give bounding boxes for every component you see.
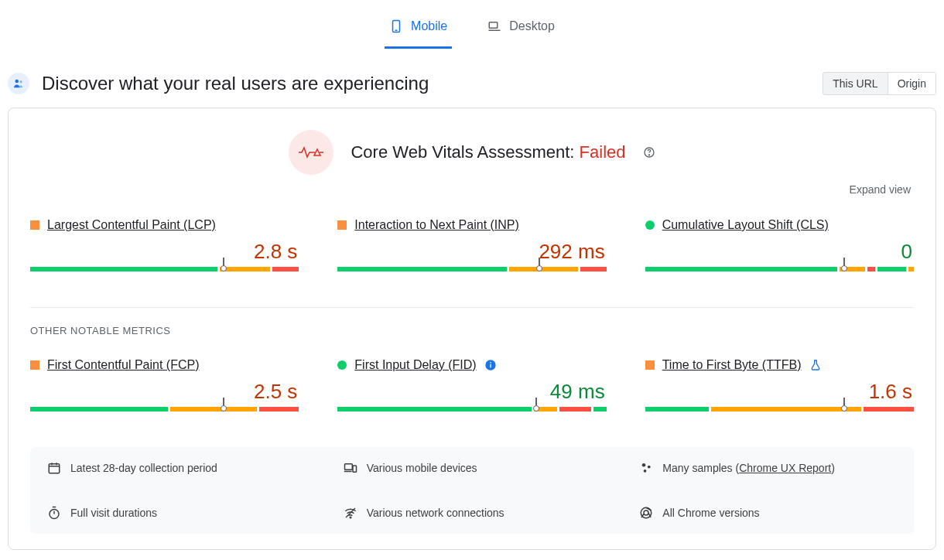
toggle-origin[interactable]: Origin	[888, 73, 935, 94]
footer-versions: All Chrome versions	[639, 506, 897, 520]
svg-point-20	[642, 463, 646, 467]
svg-point-29	[644, 510, 648, 515]
metric-cls-value: 0	[645, 240, 914, 264]
svg-rect-2	[489, 22, 498, 29]
metric-fcp-name[interactable]: First Contentful Paint (FCP)	[47, 358, 200, 372]
tab-desktop[interactable]: Desktop	[483, 9, 559, 49]
other-metrics: First Contentful Paint (FCP) 2.5 s First…	[30, 358, 914, 411]
tab-mobile-label: Mobile	[411, 19, 447, 33]
flask-icon[interactable]	[809, 359, 822, 371]
devices-icon	[344, 461, 357, 475]
status-dot-icon	[337, 220, 347, 230]
footer-connections: Various network connections	[344, 506, 601, 520]
users-icon	[8, 73, 29, 94]
svg-rect-11	[490, 364, 491, 368]
svg-point-21	[648, 466, 651, 469]
network-icon	[344, 506, 357, 520]
metric-fcp: First Contentful Paint (FCP) 2.5 s	[30, 358, 299, 411]
metric-lcp-name[interactable]: Largest Contentful Paint (LCP)	[47, 218, 216, 232]
help-icon[interactable]	[643, 146, 655, 159]
metric-cls-name[interactable]: Cumulative Layout Shift (CLS)	[662, 218, 829, 232]
toggle-this-url[interactable]: This URL	[823, 73, 887, 94]
svg-point-12	[490, 362, 491, 364]
svg-point-4	[15, 80, 19, 84]
metric-lcp: Largest Contentful Paint (LCP) 2.8 s	[30, 218, 299, 271]
mobile-icon	[389, 17, 403, 36]
svg-point-26	[350, 517, 351, 518]
footer-samples: Many samples (Chrome UX Report)	[639, 461, 897, 475]
tab-mobile[interactable]: Mobile	[385, 9, 452, 49]
samples-icon	[639, 461, 653, 475]
metric-fid-value: 49 ms	[337, 380, 606, 404]
status-dot-icon	[645, 360, 655, 370]
core-metrics: Largest Contentful Paint (LCP) 2.8 s Int…	[30, 218, 914, 271]
info-icon[interactable]	[484, 359, 497, 371]
svg-point-5	[19, 80, 22, 83]
expand-view-link[interactable]: Expand view	[850, 183, 911, 196]
device-tabs: Mobile Desktop	[0, 0, 944, 49]
metric-ttfb-name[interactable]: Time to First Byte (TTFB)	[662, 358, 802, 372]
metric-inp: Interaction to Next Paint (INP) 292 ms	[337, 218, 606, 271]
metric-ttfb-value: 1.6 s	[645, 380, 914, 404]
desktop-icon	[487, 17, 501, 36]
metric-cls: Cumulative Layout Shift (CLS) 0	[645, 218, 914, 271]
svg-rect-17	[344, 464, 352, 470]
calendar-icon	[47, 461, 61, 475]
assessment-status: Failed	[580, 142, 626, 162]
other-metrics-label: OTHER NOTABLE METRICS	[30, 325, 914, 336]
footer-period: Latest 28-day collection period	[47, 461, 305, 475]
metric-fid-name[interactable]: First Input Delay (FID)	[354, 358, 476, 372]
metric-lcp-value: 2.8 s	[30, 240, 299, 264]
svg-point-22	[644, 470, 647, 473]
status-dot-icon	[645, 220, 655, 230]
assessment-row: Core Web Vitals Assessment: Failed	[30, 130, 914, 175]
footer-info: Latest 28-day collection period Various …	[30, 447, 914, 534]
chrome-icon	[639, 506, 653, 520]
page-title: Discover what your real users are experi…	[42, 73, 429, 94]
status-dot-icon	[30, 220, 39, 230]
metric-inp-name[interactable]: Interaction to Next Paint (INP)	[354, 218, 519, 232]
metric-fcp-value: 2.5 s	[30, 380, 299, 404]
svg-rect-18	[353, 466, 357, 472]
status-dot-icon	[30, 360, 39, 370]
metric-inp-value: 292 ms	[337, 240, 606, 264]
header-row: Discover what your real users are experi…	[0, 49, 944, 108]
status-dot-icon	[337, 360, 347, 370]
assessment-badge-icon	[289, 130, 333, 175]
metric-fid: First Input Delay (FID) 49 ms	[337, 358, 606, 411]
timer-icon	[47, 506, 61, 520]
metric-ttfb: Time to First Byte (TTFB) 1.6 s	[645, 358, 914, 411]
footer-durations: Full visit durations	[47, 506, 305, 520]
svg-point-9	[648, 155, 649, 155]
url-origin-toggle: This URL Origin	[823, 72, 936, 95]
crux-link[interactable]: Chrome UX Report	[739, 462, 831, 474]
tab-desktop-label: Desktop	[509, 19, 555, 33]
footer-devices: Various mobile devices	[344, 461, 601, 475]
svg-rect-13	[49, 464, 60, 473]
assessment-text: Core Web Vitals Assessment: Failed	[351, 142, 625, 162]
vitals-card: Core Web Vitals Assessment: Failed Expan…	[8, 108, 936, 550]
divider	[30, 307, 914, 308]
